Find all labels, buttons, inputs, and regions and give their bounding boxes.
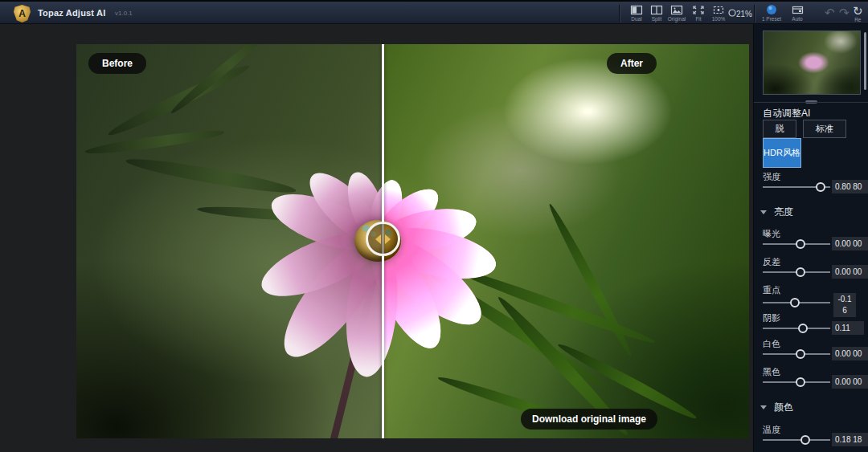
toolbar-separator	[754, 5, 755, 22]
contrast-slider[interactable]	[763, 271, 830, 273]
dual-view-label: Dual	[626, 16, 647, 22]
shadows-label: 阴影	[763, 312, 780, 324]
fit-view-label: Fit	[688, 16, 709, 22]
section-color[interactable]: 颜色	[760, 401, 793, 414]
whites-slider[interactable]	[763, 353, 830, 355]
compare-slider-handle[interactable]	[366, 222, 400, 256]
whites-knob[interactable]	[796, 349, 805, 359]
viewer-canvas: Before After Download original image	[0, 24, 753, 452]
after-badge: After	[607, 53, 657, 74]
view-mode-original-button[interactable]: Original	[666, 4, 687, 22]
slider-row-temperature: 温度 0.18 18	[754, 424, 868, 452]
temperature-label: 温度	[763, 424, 780, 436]
slider-row-contrast: 反差 0.00 00	[754, 256, 868, 288]
contrast-knob[interactable]	[796, 267, 805, 277]
app-version: v1.0.1	[115, 10, 133, 17]
arrow-left-icon	[375, 234, 381, 244]
temperature-knob[interactable]	[800, 435, 810, 445]
blacks-label: 黑色	[763, 366, 780, 378]
slider-row-strength: 强度 0.80 80	[754, 171, 868, 203]
blacks-value[interactable]: 0.00 00	[832, 375, 868, 389]
exposure-knob[interactable]	[796, 239, 805, 249]
contrast-value[interactable]: 0.00 00	[832, 265, 868, 279]
app-title: Topaz Adjust AI	[38, 8, 105, 18]
contrast-label: 反差	[763, 256, 780, 268]
adjust-panel: 自动调整AI 脱 标准 HDR风格 强度 0.80 80 亮度 曝光 0.00 …	[753, 24, 868, 452]
undo-button[interactable]: ↶	[825, 6, 835, 18]
tab-standard[interactable]: 标准	[803, 120, 846, 138]
auto-button[interactable]: Auto	[786, 4, 809, 22]
section-color-label: 颜色	[774, 401, 793, 414]
split-view-label: Split	[646, 16, 667, 22]
strength-label: 强度	[763, 171, 780, 183]
arrow-right-icon	[385, 234, 391, 244]
highlights-label: 重点	[763, 284, 780, 296]
redo-button[interactable]: ↷	[839, 6, 850, 18]
leaf-shape	[84, 127, 225, 157]
auto-adjust-icon	[786, 4, 809, 15]
slider-row-exposure: 曝光 0.00 00	[754, 228, 868, 260]
strength-value[interactable]: 0.80 80	[832, 180, 868, 193]
temperature-value[interactable]: 0.18 18	[832, 433, 868, 446]
slider-row-whites: 白色 0.00 00	[754, 338, 868, 370]
exposure-label: 曝光	[763, 228, 780, 240]
zoom-level-value[interactable]: 21%	[736, 10, 752, 18]
after-image-clip	[383, 44, 749, 438]
title-bar: A Topaz Adjust AI v1.0.1 Dual Split Orig…	[0, 0, 868, 24]
comparison-photo: Before After Download original image	[76, 44, 749, 438]
panel-heading: 自动调整AI	[763, 107, 810, 120]
preset-button[interactable]: 1 Preset	[759, 4, 784, 22]
shadows-value[interactable]: 0.11	[832, 321, 864, 335]
after-image	[383, 44, 749, 438]
fit-screen-icon	[688, 4, 709, 15]
toolbar-separator	[619, 5, 620, 22]
preset-label: 1 Preset	[759, 16, 784, 22]
fit-to-screen-button[interactable]: Fit	[688, 4, 709, 22]
hdr-style-button[interactable]: HDR风格	[763, 138, 801, 168]
original-view-label: Original	[666, 16, 687, 22]
topaz-adjust-ai-window: A Topaz Adjust AI v1.0.1 Dual Split Orig…	[0, 0, 868, 452]
before-badge: Before	[88, 53, 146, 74]
leaf-shape	[125, 153, 297, 197]
reset-label: Re	[853, 17, 863, 22]
view-mode-split-button[interactable]: Split	[646, 4, 667, 22]
app-logo-icon: A	[14, 5, 31, 22]
highlights-knob[interactable]	[790, 298, 800, 307]
whites-value[interactable]: 0.00 00	[832, 347, 868, 360]
split-view-icon	[646, 4, 667, 15]
download-original-button[interactable]: Download original image	[521, 409, 657, 430]
strength-knob[interactable]	[816, 182, 825, 192]
temperature-slider[interactable]	[763, 439, 830, 441]
auto-label: Auto	[786, 16, 809, 22]
dual-view-icon	[626, 4, 647, 15]
blacks-knob[interactable]	[796, 377, 805, 387]
panel-scrollbar[interactable]	[864, 32, 866, 90]
leaf-shape	[546, 202, 636, 358]
slider-row-blacks: 黑色 0.00 00	[754, 366, 868, 398]
shadows-slider[interactable]	[763, 328, 830, 329]
exposure-slider[interactable]	[763, 243, 830, 245]
reset-icon: ↻	[853, 5, 863, 17]
original-image-icon	[666, 4, 687, 15]
preset-icon	[759, 4, 784, 15]
chevron-down-icon	[760, 405, 767, 409]
whites-label: 白色	[763, 338, 780, 350]
panel-divider	[754, 102, 868, 103]
exposure-value[interactable]: 0.00 00	[832, 237, 868, 250]
section-brightness-label: 亮度	[774, 206, 793, 219]
navigator-thumbnail[interactable]	[763, 31, 861, 95]
reset-button[interactable]: ↻ Re	[853, 5, 863, 22]
blacks-slider[interactable]	[763, 381, 830, 383]
highlights-slider[interactable]	[763, 302, 830, 303]
shadows-knob[interactable]	[798, 324, 808, 333]
strength-slider[interactable]	[763, 186, 830, 188]
chevron-down-icon	[760, 210, 767, 214]
tab-off[interactable]: 脱	[763, 120, 796, 138]
view-mode-dual-button[interactable]: Dual	[626, 4, 647, 22]
section-brightness[interactable]: 亮度	[760, 206, 793, 219]
